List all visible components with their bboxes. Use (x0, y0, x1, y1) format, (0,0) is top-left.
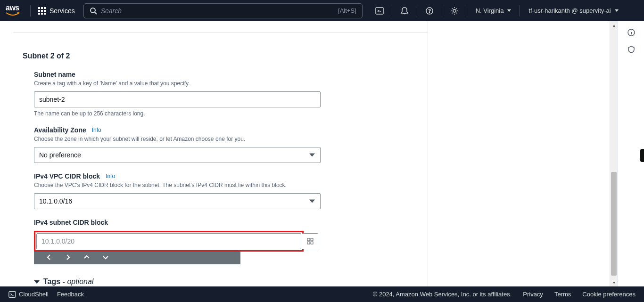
search-input[interactable] (101, 7, 338, 15)
field-subnet-name: Subnet name Create a tag with a key of '… (13, 66, 428, 117)
caret-down-icon (507, 9, 511, 12)
svg-point-0 (91, 8, 95, 13)
subnet-name-input[interactable] (34, 91, 321, 107)
grid-picker-icon (307, 238, 314, 245)
chevron-down-icon (309, 200, 315, 203)
subnet-cidr-label: IPv4 subnet CIDR block (34, 219, 418, 226)
tags-heading: Tags - (43, 278, 67, 286)
services-grid-icon (38, 7, 46, 15)
copyright-text: © 2024, Amazon Web Services, Inc. or its… (373, 291, 512, 298)
footer-left: CloudShell Feedback (8, 291, 84, 298)
subnet-section-heading: Subnet 2 of 2 (13, 33, 428, 66)
caret-down-icon (615, 9, 619, 12)
chevron-down-icon (34, 280, 40, 284)
feedback-tab[interactable] (640, 149, 644, 162)
field-vpc-cidr: IPv4 VPC CIDR block Info Choose the VPC'… (13, 163, 428, 209)
security-panel-toggle[interactable] (626, 44, 637, 55)
vpc-cidr-select-value: 10.1.0.0/16 (39, 197, 72, 205)
nav-divider (520, 5, 520, 16)
subnet-cidr-row (34, 231, 418, 252)
vpc-cidr-select[interactable]: 10.1.0.0/16 (34, 193, 321, 209)
services-label: Services (50, 7, 75, 15)
chevron-down-icon (309, 154, 315, 157)
cidr-down-button[interactable] (96, 250, 115, 264)
footer: CloudShell Feedback © 2024, Amazon Web S… (0, 286, 644, 302)
cidr-nav-bar (34, 250, 240, 264)
region-selector[interactable]: N. Virginia (470, 7, 517, 14)
feedback-link[interactable]: Feedback (57, 291, 84, 298)
aws-logo[interactable]: aws (6, 4, 27, 17)
svg-point-5 (429, 12, 429, 13)
main-content: Subnet 2 of 2 Subnet name Create a tag w… (0, 21, 644, 286)
cidr-up-button[interactable] (77, 250, 96, 264)
az-desc: Choose the zone in which your subnet wil… (34, 136, 418, 142)
vpc-cidr-info-link[interactable]: Info (106, 173, 115, 180)
svg-rect-8 (311, 238, 313, 241)
nav-divider (392, 5, 392, 16)
az-info-link[interactable]: Info (92, 127, 101, 133)
account-selector[interactable]: tf-usr-harikanth @ supervity-ai (523, 7, 624, 14)
settings-icon-button[interactable] (445, 1, 464, 20)
cloudshell-icon-button[interactable] (370, 1, 389, 20)
nav-divider (30, 5, 31, 16)
scrollbar-thumb[interactable] (611, 172, 617, 276)
form-column: Subnet 2 of 2 Subnet name Create a tag w… (13, 21, 428, 286)
cloudshell-button[interactable]: CloudShell (8, 291, 49, 298)
global-search-box[interactable]: [Alt+S] (83, 3, 363, 18)
field-availability-zone: Availability Zone Info Choose the zone i… (13, 117, 428, 163)
tags-optional-label: optional (67, 278, 93, 286)
vpc-cidr-select-wrapper: 10.1.0.0/16 (34, 193, 321, 209)
svg-rect-7 (307, 238, 310, 241)
top-nav: aws Services [Alt+S] N. Virgi (0, 0, 644, 21)
nav-divider (467, 5, 467, 16)
region-label: N. Virginia (476, 7, 504, 14)
subnet-cidr-input[interactable] (36, 233, 301, 249)
cidr-picker-button[interactable] (302, 233, 318, 249)
svg-line-1 (95, 12, 97, 14)
svg-point-6 (453, 9, 456, 12)
tags-expander[interactable]: Tags - optional (13, 264, 428, 286)
footer-right: © 2024, Amazon Web Services, Inc. or its… (373, 291, 636, 298)
search-shortcut-hint: [Alt+S] (338, 7, 356, 14)
vpc-cidr-label: IPv4 VPC CIDR block Info (34, 172, 418, 180)
account-label: tf-usr-harikanth @ supervity-ai (528, 7, 611, 14)
subnet-cidr-highlight (34, 231, 304, 252)
help-icon-button[interactable] (420, 1, 439, 20)
search-icon (90, 7, 97, 15)
az-select-wrapper: No preference (34, 147, 321, 163)
az-label: Availability Zone Info (34, 126, 418, 134)
cidr-prev-button[interactable] (40, 250, 58, 264)
field-subnet-cidr: IPv4 subnet CIDR block (13, 209, 428, 264)
aws-logo-smile-icon (6, 12, 20, 17)
privacy-link[interactable]: Privacy (523, 291, 543, 298)
az-select[interactable]: No preference (34, 147, 321, 163)
cloudshell-icon (8, 291, 16, 298)
aws-logo-text: aws (6, 4, 19, 12)
notifications-icon-button[interactable] (395, 1, 414, 20)
cidr-next-button[interactable] (58, 250, 77, 264)
main-wrapper: Subnet 2 of 2 Subnet name Create a tag w… (0, 21, 644, 286)
cookie-preferences-link[interactable]: Cookie preferences (582, 291, 636, 298)
scroll-up-icon[interactable]: ▴ (610, 21, 618, 29)
services-button[interactable]: Services (33, 7, 80, 15)
terms-link[interactable]: Terms (554, 291, 571, 298)
az-select-value: No preference (39, 151, 81, 159)
nav-divider (417, 5, 417, 16)
subnet-name-desc: Create a tag with a key of 'Name' and a … (34, 80, 418, 87)
vpc-cidr-desc: Choose the VPC's IPv4 CIDR block for the… (34, 182, 418, 188)
svg-rect-9 (307, 242, 310, 244)
subnet-name-helper: The name can be up to 256 characters lon… (34, 110, 418, 117)
info-panel-toggle[interactable] (626, 27, 637, 38)
svg-rect-10 (311, 242, 313, 244)
nav-divider (442, 5, 442, 16)
scrollbar[interactable]: ▴ ▾ (610, 21, 618, 286)
scroll-down-icon[interactable]: ▾ (610, 278, 618, 286)
subnet-name-label: Subnet name (34, 71, 418, 78)
nav-icons-group (370, 1, 470, 20)
cloudshell-label: CloudShell (19, 291, 49, 298)
